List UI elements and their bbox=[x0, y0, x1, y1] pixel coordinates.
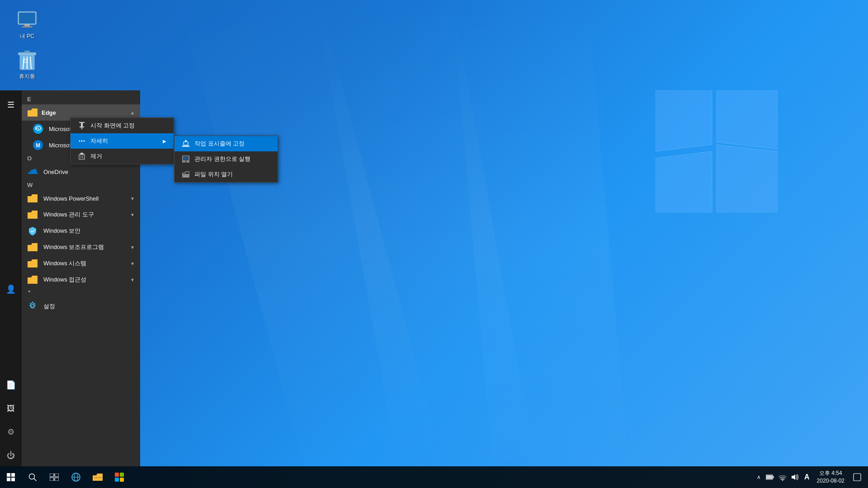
accessibility-expand: ▼ bbox=[130, 277, 135, 282]
submenu-open-location[interactable]: 파일 위치 열기 bbox=[175, 167, 278, 182]
svg-marker-15 bbox=[28, 108, 38, 117]
svg-rect-60 bbox=[120, 478, 124, 482]
menu-item-win-admin[interactable]: Windows 관리 도구 ▼ bbox=[22, 206, 140, 223]
taskbar-explorer-button[interactable] bbox=[87, 466, 108, 488]
volume-icon bbox=[791, 474, 799, 481]
svg-marker-65 bbox=[792, 474, 795, 480]
desktop-icon-mypc[interactable]: 내 PC bbox=[9, 9, 45, 40]
recycle-bin-label: 휴지통 bbox=[19, 73, 35, 80]
submenu-pin-taskbar-label: 작업 표시줄에 고정 bbox=[194, 140, 245, 148]
sidebar-hamburger[interactable]: ☰ bbox=[0, 94, 22, 116]
taskbar-taskview-button[interactable] bbox=[43, 466, 65, 488]
accessories-expand: ▼ bbox=[130, 245, 135, 250]
context-remove-label: 제거 bbox=[90, 152, 102, 160]
menu-item-onedrive[interactable]: OneDrive bbox=[22, 164, 140, 180]
svg-rect-25 bbox=[79, 122, 85, 123]
svg-rect-63 bbox=[766, 475, 772, 479]
explorer-icon bbox=[93, 473, 103, 482]
desktop-icons: 내 PC ♻ 휴지통 bbox=[9, 9, 45, 80]
svg-line-47 bbox=[34, 479, 36, 481]
desktop-icon-recycle[interactable]: ♻ 휴지통 bbox=[9, 49, 45, 80]
more-arrow-icon: ▶ bbox=[163, 139, 166, 144]
admin-icon bbox=[182, 155, 190, 163]
svg-text:M: M bbox=[36, 142, 40, 149]
context-remove[interactable]: 제거 bbox=[71, 149, 174, 164]
taskbar-notification-button[interactable] bbox=[850, 466, 864, 488]
svg-point-29 bbox=[79, 141, 80, 142]
tray-wifi[interactable] bbox=[777, 474, 788, 481]
folder-icon-accessibility bbox=[27, 274, 38, 285]
tray-show-hidden[interactable]: ∧ bbox=[755, 474, 763, 480]
submenu-run-admin[interactable]: 관리자 권한으로 실행 bbox=[175, 151, 278, 167]
taskbar-store-button[interactable] bbox=[108, 466, 130, 488]
svg-rect-5 bbox=[19, 13, 35, 23]
clock-date: 2020-08-02 bbox=[817, 477, 844, 485]
sidebar-settings[interactable]: ⚙ bbox=[0, 421, 22, 443]
context-menu: 시작 화면에 고정 자세히 ▶ 제거 bbox=[70, 117, 174, 164]
more-icon bbox=[78, 137, 86, 145]
svg-marker-3 bbox=[717, 145, 778, 212]
taskbar-search-button[interactable] bbox=[22, 466, 43, 488]
taskbar-clock[interactable]: 오후 4:54 2020-08-02 bbox=[813, 469, 848, 485]
svg-marker-20 bbox=[28, 211, 38, 219]
svg-rect-6 bbox=[24, 24, 30, 26]
section-letter-e: E bbox=[22, 94, 140, 104]
svg-rect-58 bbox=[120, 473, 124, 477]
context-more[interactable]: 자세히 ▶ bbox=[71, 133, 174, 149]
ps-expand: ▼ bbox=[130, 196, 135, 201]
svg-rect-10 bbox=[24, 51, 30, 53]
sidebar-power[interactable]: ⏻ bbox=[0, 445, 22, 466]
folder-open-icon bbox=[182, 170, 190, 178]
sidebar-photos[interactable]: 🖼 bbox=[0, 398, 22, 419]
svg-marker-0 bbox=[656, 90, 712, 151]
svg-marker-22 bbox=[28, 259, 38, 267]
svg-marker-21 bbox=[28, 243, 38, 251]
svg-point-31 bbox=[84, 141, 85, 142]
sidebar-documents[interactable]: 📄 bbox=[0, 374, 22, 396]
svg-point-64 bbox=[782, 480, 783, 481]
menu-item-win-accessibility[interactable]: Windows 접근성 ▼ bbox=[22, 272, 140, 288]
tray-battery[interactable] bbox=[764, 474, 775, 480]
ie-icon bbox=[71, 472, 81, 482]
svg-rect-43 bbox=[186, 161, 189, 163]
section-letter-w: W bbox=[22, 180, 140, 190]
svg-rect-66 bbox=[854, 474, 861, 481]
svg-rect-62 bbox=[773, 476, 774, 479]
windows-logo-desktop bbox=[656, 90, 778, 212]
taskbar-start-button[interactable] bbox=[0, 466, 22, 488]
svg-text:♻: ♻ bbox=[23, 57, 28, 65]
svg-rect-28 bbox=[81, 127, 82, 129]
taskbar-ie-button[interactable] bbox=[65, 466, 87, 488]
svg-rect-33 bbox=[80, 153, 83, 154]
settings-icon bbox=[27, 301, 38, 312]
submenu-pin-taskbar[interactable]: 작업 표시줄에 고정 bbox=[175, 136, 278, 151]
remove-icon bbox=[78, 152, 86, 160]
menu-item-settings[interactable]: 설정 bbox=[22, 298, 140, 314]
menu-item-win-powershell[interactable]: Windows PowerShell ▼ bbox=[22, 190, 140, 206]
context-pin-start[interactable]: 시작 화면에 고정 bbox=[71, 118, 174, 133]
pin-taskbar-icon bbox=[182, 140, 190, 148]
svg-point-30 bbox=[81, 141, 83, 142]
svg-marker-1 bbox=[717, 90, 778, 149]
submenu-run-admin-label: 관리자 권한으로 실행 bbox=[194, 155, 250, 163]
menu-item-win-accessories[interactable]: Windows 보조프로그램 ▼ bbox=[22, 239, 140, 255]
folder-icon-accessories bbox=[27, 242, 38, 253]
search-icon bbox=[28, 473, 37, 481]
context-pin-start-label: 시작 화면에 고정 bbox=[90, 122, 135, 130]
menu-item-win-system[interactable]: Windows 시스템 ▼ bbox=[22, 255, 140, 272]
menu-item-win-security[interactable]: Windows 보안 bbox=[22, 223, 140, 239]
microsoft-icon: M bbox=[33, 140, 43, 150]
sidebar-user[interactable]: 👤 bbox=[0, 278, 22, 300]
submenu-open-location-label: 파일 위치 열기 bbox=[194, 170, 233, 178]
svg-rect-57 bbox=[115, 473, 119, 477]
svg-rect-51 bbox=[55, 478, 59, 481]
svg-point-16 bbox=[33, 124, 43, 134]
tray-volume[interactable] bbox=[790, 474, 801, 481]
svg-rect-37 bbox=[182, 145, 189, 147]
start-menu-sidebar: ☰ 👤 📄 🖼 ⚙ ⏻ bbox=[0, 90, 22, 466]
svg-rect-26 bbox=[81, 123, 83, 127]
submenu: 작업 표시줄에 고정 관리자 권한으로 실행 파일 위치 열기 bbox=[174, 136, 278, 183]
taskview-icon bbox=[50, 474, 59, 481]
shield-icon-security bbox=[27, 225, 38, 236]
tray-ime[interactable]: A bbox=[802, 473, 811, 481]
